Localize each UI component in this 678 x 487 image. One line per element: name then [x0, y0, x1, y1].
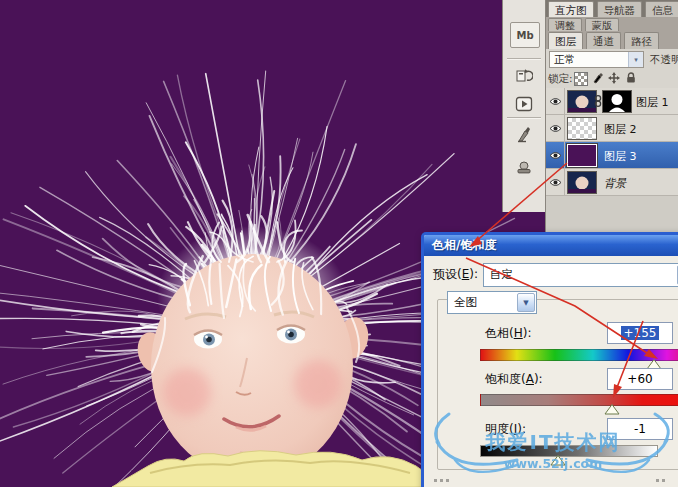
mini-bridge-label: Mb [516, 30, 533, 41]
dialog-title-bar[interactable]: 色相/饱和度 [424, 235, 678, 256]
lock-move-icon[interactable] [608, 72, 620, 84]
clone-source-panel-icon[interactable] [512, 154, 536, 178]
saturation-value-input[interactable]: +60 [607, 368, 673, 390]
chevron-down-icon: ▾ [628, 52, 643, 67]
preset-select[interactable]: 自定 ▼ [483, 263, 678, 287]
chevron-down-icon: ▼ [517, 293, 535, 312]
blend-mode-row: 正常 ▾ 不透明 [546, 49, 678, 69]
panel-tab-row-layers: 图层通道路径 [546, 31, 678, 49]
layer-visibility-eye-icon[interactable] [546, 142, 565, 168]
lock-row: 锁定: [546, 68, 678, 89]
layer-visibility-eye-icon[interactable] [546, 88, 565, 114]
layer-visibility-eye-icon[interactable] [546, 115, 565, 141]
panel-tab[interactable]: 路径 [624, 32, 659, 49]
layer-mask-thumbnail[interactable] [602, 90, 632, 113]
lock-transparency-icon[interactable] [574, 72, 588, 86]
saturation-label: 饱和度(A): [485, 371, 543, 388]
lock-all-icon[interactable] [625, 72, 637, 84]
opacity-label: 不透明 [650, 53, 678, 67]
panel-tab[interactable]: 导航器 [597, 1, 643, 17]
layer-thumbnail[interactable] [567, 117, 597, 140]
layer-row[interactable]: 背景 [546, 169, 678, 196]
panel-tab[interactable]: 调整 [548, 18, 582, 31]
channel-select[interactable]: 全图 ▼ [447, 291, 537, 314]
lightness-slider-bar[interactable] [480, 445, 658, 457]
layer-visibility-eye-icon[interactable] [546, 169, 565, 195]
lightness-label: 明度(I): [485, 421, 526, 438]
layer-name[interactable]: 图层 1 [636, 95, 669, 110]
panel-tab[interactable]: 蒙版 [585, 18, 619, 31]
hue-saturation-dialog: 色相/饱和度 预设(E): 自定 ▼ 全图 ▼ 色相(H): +155 饱和度(… [421, 232, 678, 487]
left-eye [194, 330, 222, 349]
layer-thumbnail[interactable] [567, 90, 597, 113]
clipped-bottom-content [434, 479, 450, 482]
panel-dock: Mb [502, 0, 546, 212]
preset-label: 预设(E): [433, 266, 478, 283]
mini-bridge-icon[interactable]: Mb [510, 22, 540, 48]
panel-tab[interactable]: 信息 [645, 1, 678, 17]
layer-thumbnail[interactable] [567, 171, 597, 194]
panel-tab[interactable]: 通道 [586, 32, 621, 49]
lock-paint-brush-icon[interactable] [592, 72, 604, 84]
panel-tab-row-adjustments: 调整蒙版 [546, 17, 678, 31]
hue-value-input[interactable]: +155 [607, 322, 673, 344]
lightness-slider-handle[interactable] [550, 455, 566, 466]
dock-divider [507, 117, 541, 118]
layer-row[interactable]: 图层 3 [546, 142, 678, 169]
saturation-slider-bar[interactable] [480, 394, 678, 406]
panel-tab[interactable]: 图层 [548, 32, 583, 49]
layers-panel: 正常 ▾ 不透明 锁定: 图层 1图层 2图层 3背景 [546, 49, 678, 232]
lock-label: 锁定: [548, 72, 573, 86]
layer-thumbnail[interactable] [567, 144, 597, 167]
actions-panel-icon[interactable] [512, 92, 536, 116]
photoshop-screen: Mb 直方图导航器信息 调整蒙版 图层通道路径 正常 ▾ 不透明 [0, 0, 678, 487]
layer-name[interactable]: 背景 [604, 176, 626, 191]
mask-link-icon[interactable] [594, 94, 602, 108]
dock-divider [507, 58, 541, 59]
panel-tab-row-top: 直方图导航器信息 [546, 0, 678, 17]
right-eye [277, 325, 305, 344]
lightness-value-input[interactable]: -1 [607, 418, 673, 440]
layer-row[interactable]: 图层 2 [546, 115, 678, 142]
hue-label: 色相(H): [485, 325, 531, 342]
panel-group: 直方图导航器信息 调整蒙版 图层通道路径 正常 ▾ 不透明 锁定: [545, 0, 678, 232]
clipped-bottom-content [656, 479, 668, 482]
layers-list: 图层 1图层 2图层 3背景 [546, 88, 678, 196]
channel-value: 全图 [454, 295, 477, 310]
saturation-slider-handle[interactable] [604, 404, 620, 415]
history-panel-icon[interactable] [512, 64, 536, 88]
blend-mode-select[interactable]: 正常 ▾ [549, 51, 644, 68]
layer-name[interactable]: 图层 2 [604, 122, 637, 137]
preset-value: 自定 [490, 267, 513, 282]
layer-name[interactable]: 图层 3 [604, 149, 637, 164]
blend-mode-value: 正常 [554, 53, 575, 67]
layer-row[interactable]: 图层 1 [546, 88, 678, 115]
panel-tab[interactable]: 直方图 [548, 1, 594, 17]
brush-presets-panel-icon[interactable] [512, 122, 536, 146]
